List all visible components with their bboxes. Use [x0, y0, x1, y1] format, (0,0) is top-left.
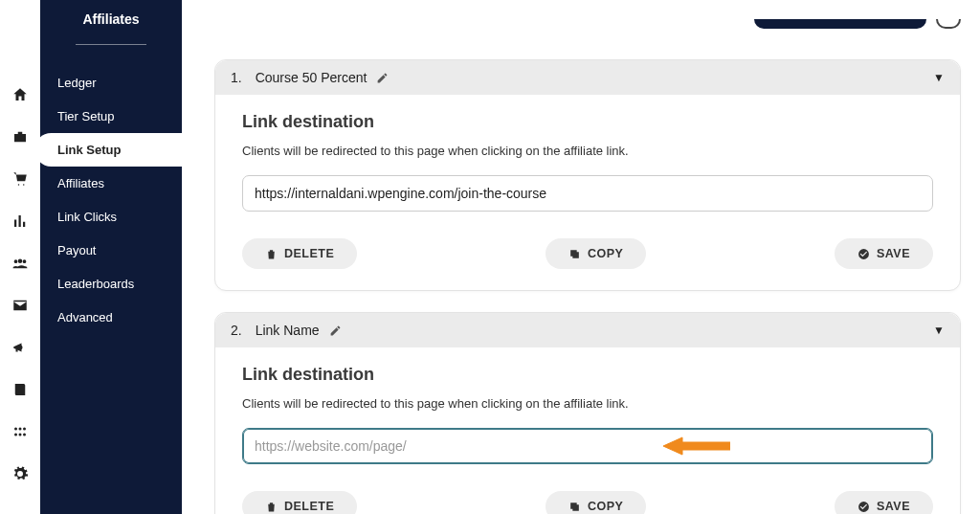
card-number: 2.: [231, 323, 242, 338]
edit-icon[interactable]: [376, 72, 389, 84]
briefcase-icon[interactable]: [11, 128, 29, 145]
link-card-1: 1. Course 50 Percent ▼ Link destination …: [214, 59, 961, 291]
save-label: SAVE: [877, 247, 910, 260]
sidebar-item-link-setup[interactable]: Link Setup: [34, 133, 182, 167]
trash-icon: [265, 501, 278, 513]
sidebar-item-ledger[interactable]: Ledger: [40, 66, 182, 100]
dots-icon[interactable]: [11, 423, 29, 440]
copy-icon: [568, 248, 581, 260]
copy-icon: [568, 501, 581, 513]
sidebar-item-leaderboards[interactable]: Leaderboards: [40, 267, 182, 301]
group-icon[interactable]: [11, 255, 29, 272]
card-body-2: Link destination Clients will be redirec…: [215, 347, 960, 514]
delete-button[interactable]: DELETE: [242, 491, 357, 514]
card-header-2[interactable]: 2. Link Name ▼: [215, 313, 960, 347]
svg-point-5: [23, 434, 26, 436]
svg-point-3: [14, 434, 17, 436]
check-circle-icon: [858, 248, 870, 260]
sidebar-divider: [76, 44, 146, 45]
home-icon[interactable]: [11, 86, 29, 103]
delete-button[interactable]: DELETE: [242, 238, 357, 269]
delete-label: DELETE: [284, 247, 334, 260]
sidebar-item-advanced[interactable]: Advanced: [40, 301, 182, 334]
save-button[interactable]: SAVE: [835, 238, 933, 269]
card-number: 1.: [231, 70, 242, 85]
icon-rail: [0, 0, 40, 514]
sidebar-title: Affiliates: [40, 8, 182, 44]
helper-text: Clients will be redirected to this page …: [242, 396, 933, 411]
trash-icon: [265, 248, 278, 260]
save-button[interactable]: SAVE: [835, 491, 933, 514]
chevron-down-icon[interactable]: ▼: [933, 71, 945, 84]
mail-icon[interactable]: [11, 297, 29, 314]
save-label: SAVE: [877, 500, 910, 513]
copy-button[interactable]: COPY: [546, 238, 646, 269]
book-icon[interactable]: [11, 381, 29, 398]
cart-icon[interactable]: [11, 170, 29, 188]
copy-label: COPY: [588, 247, 623, 260]
check-circle-icon: [858, 501, 870, 513]
link-card-2: 2. Link Name ▼ Link destination Clients …: [214, 312, 961, 514]
helper-text: Clients will be redirected to this page …: [242, 144, 933, 158]
sidebar-item-payout[interactable]: Payout: [40, 234, 182, 267]
sidebar-item-tier-setup[interactable]: Tier Setup: [40, 100, 182, 133]
primary-button-partial[interactable]: [754, 19, 926, 29]
svg-point-2: [23, 428, 26, 431]
card-name: Course 50 Percent: [256, 70, 368, 85]
card-name: Link Name: [256, 323, 320, 338]
annotation-arrow: [663, 436, 730, 457]
card-body-1: Link destination Clients will be redirec…: [215, 95, 960, 290]
section-title: Link destination: [242, 112, 933, 132]
copy-label: COPY: [588, 500, 623, 513]
svg-marker-6: [663, 437, 730, 455]
svg-point-4: [19, 434, 22, 436]
section-title: Link destination: [242, 365, 933, 385]
card-actions-2: DELETE COPY SAVE: [242, 491, 933, 514]
sidebar: Affiliates Ledger Tier Setup Link Setup …: [40, 0, 182, 514]
bar-chart-icon[interactable]: [11, 212, 29, 230]
top-controls-partial: [214, 19, 961, 27]
card-actions-1: DELETE COPY SAVE: [242, 238, 933, 269]
gear-icon[interactable]: [11, 465, 29, 482]
destination-input-1[interactable]: [242, 175, 933, 212]
delete-label: DELETE: [284, 500, 334, 513]
main-content: 1. Course 50 Percent ▼ Link destination …: [182, 0, 980, 514]
card-header-1[interactable]: 1. Course 50 Percent ▼: [215, 60, 960, 95]
destination-input-2[interactable]: [242, 428, 933, 464]
circle-button-partial[interactable]: [936, 19, 961, 29]
copy-button[interactable]: COPY: [546, 491, 646, 514]
chevron-down-icon[interactable]: ▼: [933, 324, 945, 337]
sidebar-item-affiliates[interactable]: Affiliates: [40, 167, 182, 200]
sidebar-item-link-clicks[interactable]: Link Clicks: [40, 200, 182, 234]
megaphone-icon[interactable]: [11, 339, 29, 356]
svg-point-0: [14, 428, 17, 431]
svg-point-1: [19, 428, 22, 431]
edit-icon[interactable]: [329, 324, 342, 337]
